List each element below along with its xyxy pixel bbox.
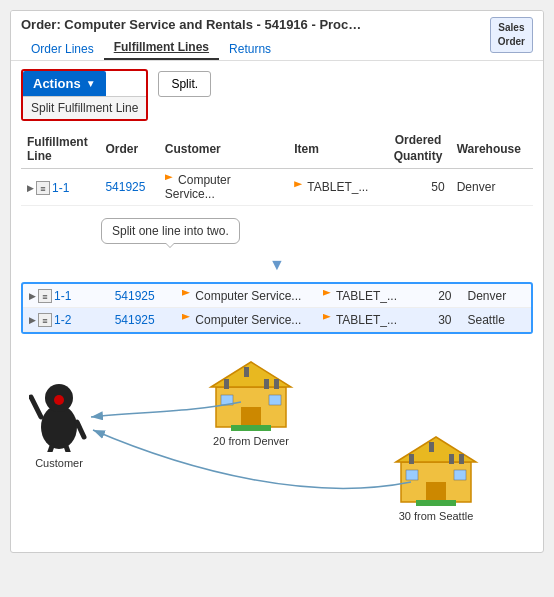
expand-arrow-1-icon[interactable]: ▶ (29, 291, 36, 301)
svg-point-2 (54, 395, 64, 405)
col-header-warehouse: Warehouse (451, 129, 533, 169)
svg-rect-14 (264, 379, 269, 389)
item-value: TABLET_... (307, 180, 368, 194)
ordered-qty-cell: 50 (385, 169, 450, 206)
svg-rect-23 (429, 442, 434, 452)
svg-rect-13 (244, 367, 249, 377)
sales-order-badge[interactable]: SalesOrder (490, 17, 533, 53)
customer-svg (29, 372, 89, 452)
split-item-flag-2-icon (323, 314, 331, 324)
split-customer-2: Computer Service... (176, 308, 317, 332)
split-order-1: 541925 (109, 284, 176, 308)
split-qty-1: 20 (421, 284, 458, 308)
split-item-2: TABLET_... (317, 308, 421, 332)
split-line-1-link[interactable]: 1-1 (54, 289, 71, 303)
svg-rect-19 (426, 482, 446, 502)
split-fulfillment-line-1: ▶ ≡ 1-1 (23, 284, 109, 308)
expand-arrow-2-icon[interactable]: ▶ (29, 315, 36, 325)
col-header-item: Item (288, 129, 385, 169)
actions-label: Actions (33, 76, 81, 91)
customer-figure: Customer (29, 372, 89, 469)
item-flag-icon (294, 181, 302, 191)
svg-rect-15 (274, 379, 279, 389)
order-link[interactable]: 541925 (105, 180, 145, 194)
denver-warehouse-svg (206, 357, 296, 432)
tab-order-lines[interactable]: Order Lines (21, 38, 104, 60)
split-order-1-link[interactable]: 541925 (115, 289, 155, 303)
split-warehouse-1: Denver (458, 284, 531, 308)
item-cell: TABLET_... (288, 169, 385, 206)
split-item-2-value: TABLET_... (336, 313, 397, 327)
svg-rect-21 (454, 470, 466, 480)
split-customer-2-value: Computer Service... (195, 313, 301, 327)
order-cell: 541925 (99, 169, 158, 206)
split-line-2-link[interactable]: 1-2 (54, 313, 71, 327)
svg-rect-26 (416, 500, 456, 506)
split-table-row-1: ▶ ≡ 1-1 541925 Computer Service... (23, 284, 531, 308)
split-item-1: TABLET_... (317, 284, 421, 308)
callout-text: Split one line into two. (112, 224, 229, 238)
customer-value: Computer Service... (165, 173, 231, 201)
svg-rect-25 (459, 454, 464, 464)
seattle-warehouse-svg (391, 432, 481, 507)
svg-line-5 (47, 446, 52, 452)
flag-icon (165, 174, 173, 184)
actions-dropdown-container: Actions ▼ Split Fulfillment Line (21, 69, 148, 121)
tab-fulfillment-lines[interactable]: Fulfillment Lines (104, 36, 219, 60)
svg-rect-11 (269, 395, 281, 405)
tab-bar: Order Lines Fulfillment Lines Returns (21, 36, 533, 60)
toolbar-section: Actions ▼ Split Fulfillment Line Split. (11, 61, 543, 129)
dropdown-arrow-icon: ▼ (86, 78, 96, 89)
doc-icon: ≡ (36, 181, 50, 195)
svg-rect-16 (231, 425, 271, 431)
split-item-1-value: TABLET_... (336, 289, 397, 303)
doc-1-icon: ≡ (38, 289, 52, 303)
seattle-warehouse: 30 from Seattle (391, 432, 481, 522)
expand-arrow-icon[interactable]: ▶ (27, 183, 34, 193)
customer-label: Customer (29, 457, 89, 469)
split-table-row-2: ▶ ≡ 1-2 541925 Computer Service... (23, 308, 531, 332)
actions-button[interactable]: Actions ▼ (23, 71, 106, 96)
split-customer-1-value: Computer Service... (195, 289, 301, 303)
callout-container: Split one line into two. (11, 214, 543, 256)
col-header-order: Order (99, 129, 158, 169)
split-result-section: ▶ ≡ 1-1 541925 Computer Service... (21, 282, 533, 334)
svg-rect-9 (241, 407, 261, 427)
denver-label: 20 from Denver (206, 435, 296, 447)
split-order-2-link[interactable]: 541925 (115, 313, 155, 327)
svg-line-4 (77, 422, 84, 437)
callout-bubble: Split one line into two. (101, 218, 240, 244)
doc-2-icon: ≡ (38, 313, 52, 327)
page-title: Order: Computer Service and Rentals - 54… (21, 17, 533, 32)
split-table: ▶ ≡ 1-1 541925 Computer Service... (23, 284, 531, 332)
fulfillment-table: FulfillmentLine Order Customer Item Orde… (21, 129, 533, 206)
svg-rect-22 (409, 454, 414, 464)
svg-line-6 (66, 446, 71, 452)
warehouse-cell: Denver (451, 169, 533, 206)
split-qty-2: 30 (421, 308, 458, 332)
col-header-fulfillment-line: FulfillmentLine (21, 129, 99, 169)
table-row: ▶ ≡ 1-1 541925 Computer Service... (21, 169, 533, 206)
tab-returns[interactable]: Returns (219, 38, 281, 60)
split-flag-2-icon (182, 314, 190, 324)
svg-rect-20 (406, 470, 418, 480)
col-header-customer: Customer (159, 129, 288, 169)
split-item-flag-1-icon (323, 290, 331, 300)
split-button[interactable]: Split. (158, 71, 211, 97)
split-fulfillment-line-2: ▶ ≡ 1-2 (23, 308, 109, 332)
fulfillment-line-link[interactable]: 1-1 (52, 181, 69, 195)
fulfillment-table-section: FulfillmentLine Order Customer Item Orde… (11, 129, 543, 214)
split-warehouse-2: Seattle (458, 308, 531, 332)
svg-line-3 (31, 397, 41, 417)
split-customer-1: Computer Service... (176, 284, 317, 308)
col-header-ordered-quantity: OrderedQuantity (385, 129, 450, 169)
split-order-2: 541925 (109, 308, 176, 332)
split-flag-1-icon (182, 290, 190, 300)
diagram-section: Customer 20 from De (11, 342, 543, 552)
denver-warehouse: 20 from Denver (206, 357, 296, 447)
svg-rect-10 (221, 395, 233, 405)
seattle-label: 30 from Seattle (391, 510, 481, 522)
svg-rect-12 (224, 379, 229, 389)
down-arrow-icon: ▼ (11, 256, 543, 274)
split-fulfillment-menu-item[interactable]: Split Fulfillment Line (23, 96, 146, 119)
